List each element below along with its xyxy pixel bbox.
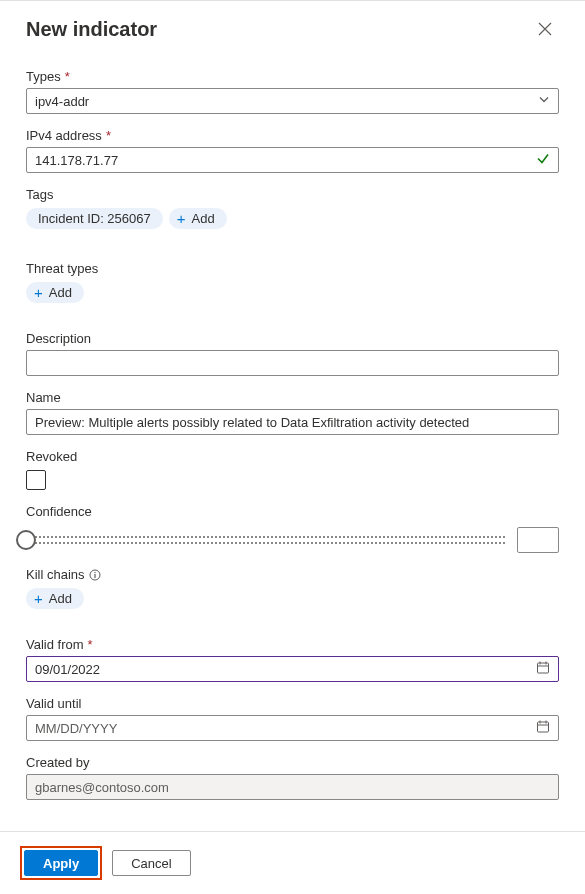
kill-chains-add-button[interactable]: + Add (26, 588, 84, 609)
created-by-input: gbarnes@contoso.com (26, 774, 559, 800)
cancel-button[interactable]: Cancel (112, 850, 190, 876)
chevron-down-icon (538, 94, 550, 109)
ipv4-input[interactable]: 141.178.71.77 (26, 147, 559, 173)
checkmark-icon (536, 152, 550, 169)
svg-point-1 (94, 571, 95, 572)
required-indicator: * (65, 69, 70, 84)
kill-chains-label: Kill chains (26, 567, 559, 582)
valid-until-field: Valid until MM/DD/YYYY (26, 696, 559, 741)
revoked-label: Revoked (26, 449, 559, 464)
required-indicator: * (106, 128, 111, 143)
description-label: Description (26, 331, 559, 346)
form-scroll-area[interactable]: Types * ipv4-addr IPv4 address * 141 (0, 51, 585, 831)
svg-rect-2 (94, 574, 95, 578)
valid-from-label: Valid from * (26, 637, 559, 652)
name-input[interactable]: Preview: Multiple alerts possibly relate… (26, 409, 559, 435)
tags-add-button[interactable]: + Add (169, 208, 227, 229)
ipv4-label: IPv4 address * (26, 128, 559, 143)
tag-pill[interactable]: Incident ID: 256067 (26, 208, 163, 229)
tag-text: Incident ID: 256067 (38, 211, 151, 226)
threat-types-label: Threat types (26, 261, 559, 276)
plus-icon: + (34, 285, 43, 300)
apply-button[interactable]: Apply (24, 850, 98, 876)
kill-chains-field: Kill chains + Add (26, 567, 559, 609)
new-indicator-panel: New indicator Types * ipv4-addr (0, 0, 585, 894)
tags-add-label: Add (192, 211, 215, 226)
valid-until-placeholder: MM/DD/YYYY (35, 721, 117, 736)
panel-footer: Apply Cancel (0, 831, 585, 894)
calendar-icon[interactable] (536, 720, 550, 737)
tags-field: Tags Incident ID: 256067 + Add (26, 187, 559, 229)
description-field: Description (26, 331, 559, 376)
calendar-icon[interactable] (536, 661, 550, 678)
revoked-checkbox[interactable] (26, 470, 46, 490)
confidence-slider[interactable] (26, 536, 505, 544)
svg-rect-7 (538, 722, 549, 732)
ipv4-value: 141.178.71.77 (35, 153, 118, 168)
ipv4-field: IPv4 address * 141.178.71.77 (26, 128, 559, 173)
tags-label: Tags (26, 187, 559, 202)
valid-from-label-text: Valid from (26, 637, 84, 652)
types-field: Types * ipv4-addr (26, 69, 559, 114)
valid-from-field: Valid from * 09/01/2022 (26, 637, 559, 682)
valid-until-label: Valid until (26, 696, 559, 711)
panel-title: New indicator (26, 18, 531, 41)
confidence-label: Confidence (26, 504, 559, 519)
threat-types-add-button[interactable]: + Add (26, 282, 84, 303)
kill-chains-label-text: Kill chains (26, 567, 85, 582)
close-icon (538, 22, 552, 36)
ipv4-label-text: IPv4 address (26, 128, 102, 143)
info-icon[interactable] (89, 569, 101, 581)
slider-thumb[interactable] (16, 530, 36, 550)
revoked-field: Revoked (26, 449, 559, 490)
created-by-value: gbarnes@contoso.com (35, 780, 169, 795)
confidence-value-input[interactable] (517, 527, 559, 553)
name-label: Name (26, 390, 559, 405)
valid-from-input[interactable]: 09/01/2022 (26, 656, 559, 682)
types-label: Types * (26, 69, 559, 84)
types-label-text: Types (26, 69, 61, 84)
plus-icon: + (177, 211, 186, 226)
created-by-field: Created by gbarnes@contoso.com (26, 755, 559, 800)
close-button[interactable] (531, 15, 559, 43)
required-indicator: * (88, 637, 93, 652)
confidence-field: Confidence (26, 504, 559, 553)
plus-icon: + (34, 591, 43, 606)
name-field: Name Preview: Multiple alerts possibly r… (26, 390, 559, 435)
apply-highlight: Apply (20, 846, 102, 880)
types-value: ipv4-addr (35, 94, 89, 109)
svg-rect-3 (538, 663, 549, 673)
valid-until-input[interactable]: MM/DD/YYYY (26, 715, 559, 741)
threat-types-field: Threat types + Add (26, 261, 559, 303)
description-input[interactable] (26, 350, 559, 376)
name-value: Preview: Multiple alerts possibly relate… (35, 415, 469, 430)
valid-from-value: 09/01/2022 (35, 662, 100, 677)
kill-chains-add-label: Add (49, 591, 72, 606)
created-by-label: Created by (26, 755, 559, 770)
threat-types-add-label: Add (49, 285, 72, 300)
types-select[interactable]: ipv4-addr (26, 88, 559, 114)
panel-header: New indicator (0, 1, 585, 51)
